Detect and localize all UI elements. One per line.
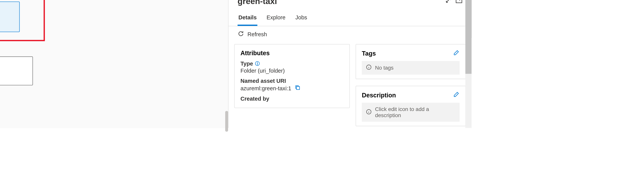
- port-label: Data output: [0, 36, 20, 41]
- svg-rect-12: [296, 86, 300, 90]
- copy-icon[interactable]: [295, 85, 300, 91]
- node-spark-read-parquet[interactable]: spark_read_parquet spark_read_parquet V1: [0, 56, 33, 85]
- card-title: Tags: [362, 50, 376, 57]
- type-value: Folder (uri_folder): [240, 68, 344, 74]
- tags-card: Tags No tags: [356, 44, 466, 79]
- created-by-label: Created by: [240, 96, 344, 102]
- description-placeholder: Click edit icon to add a description: [362, 103, 460, 122]
- panel-refresh-button[interactable]: Refresh: [238, 31, 267, 38]
- info-icon: [366, 109, 372, 116]
- attributes-card: Attributes Type ⓘ Folder (uri_folder) Na…: [234, 44, 350, 108]
- tags-empty: No tags: [362, 61, 460, 75]
- details-panel: green-taxi Details Explore Jobs: [228, 0, 472, 128]
- panel-resize-handle[interactable]: [225, 111, 228, 132]
- info-icon[interactable]: ⓘ: [255, 61, 260, 67]
- edit-description-icon[interactable]: [454, 91, 460, 99]
- type-label: Type ⓘ: [240, 61, 344, 67]
- tab-explore[interactable]: Explore: [266, 11, 286, 26]
- popout-icon[interactable]: [456, 0, 462, 5]
- node-green-taxi[interactable]: green-taxi qreen/: [0, 2, 20, 32]
- panel-title: green-taxi: [238, 0, 277, 6]
- pipeline-canvas[interactable]: green-taxi qreen/ Data output green: [0, 0, 228, 128]
- card-title: Attributes: [240, 50, 344, 57]
- tab-jobs[interactable]: Jobs: [294, 11, 308, 26]
- tab-details[interactable]: Details: [238, 11, 258, 26]
- description-card: Description Click edit icon to add a des…: [356, 86, 466, 126]
- uri-label: Named asset URI: [240, 78, 344, 84]
- panel-tabs: Details Explore Jobs: [228, 9, 472, 26]
- edit-tags-icon[interactable]: [454, 50, 460, 57]
- scrollbar[interactable]: [465, 0, 472, 128]
- info-icon: [366, 64, 372, 71]
- expand-icon[interactable]: [445, 0, 451, 5]
- svg-rect-11: [456, 0, 462, 3]
- uri-value: azureml:green-taxi:1: [240, 85, 344, 91]
- card-title: Description: [362, 91, 396, 99]
- scrollbar-thumb[interactable]: [465, 0, 472, 74]
- refresh-icon: [238, 31, 244, 38]
